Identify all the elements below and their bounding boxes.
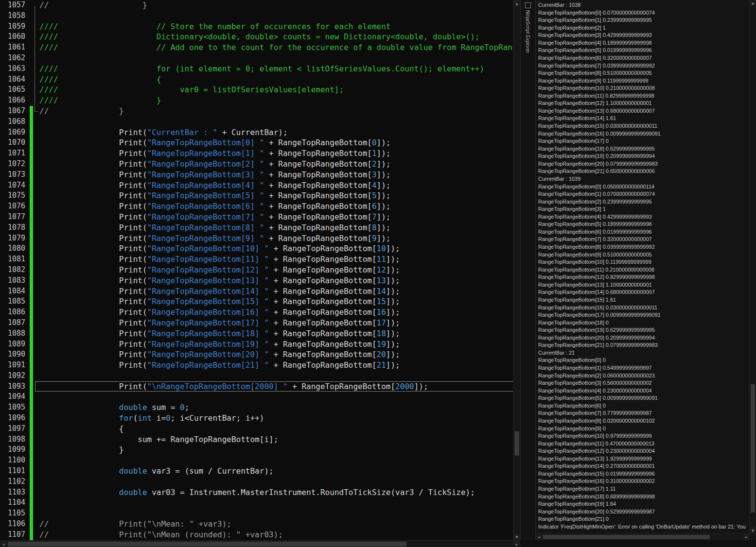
code-line-text[interactable]: Print("CurrentBar : " + CurrentBar); xyxy=(35,127,513,138)
code-vertical-scrollbar[interactable]: ▲ ▼ xyxy=(513,0,520,540)
scroll-up-icon[interactable]: ▲ xyxy=(513,0,520,7)
code-line-text[interactable]: Print("RangeTopRangeBottom[12] " + Range… xyxy=(35,265,513,275)
code-line[interactable]: 1076 Print("RangeTopRangeBottom[6] " + R… xyxy=(0,201,513,212)
code-line-text[interactable]: Print("RangeTopRangeBottom[2] " + RangeT… xyxy=(35,159,513,170)
code-line[interactable]: 1104 xyxy=(0,497,513,508)
code-horizontal-scrollbar[interactable]: ◄ ► xyxy=(0,540,520,547)
code-line-text[interactable]: //// Dictionary<double, double> counts =… xyxy=(35,32,513,42)
code-line-text[interactable]: // } xyxy=(35,106,513,117)
code-line-text[interactable]: // Print("\nMean (rounded): " +var03); xyxy=(35,530,513,540)
code-line-text[interactable]: double sum = 0; xyxy=(35,402,513,413)
code-line[interactable]: 1075 Print("RangeTopRangeBottom[5] " + R… xyxy=(0,190,513,201)
code-line-text[interactable] xyxy=(35,53,513,64)
code-line[interactable]: 1091 Print("RangeTopRangeBottom[21] " + … xyxy=(0,360,513,371)
code-line[interactable]: 1064//// { xyxy=(0,74,513,85)
code-line-text[interactable]: Print("RangeTopRangeBottom[5] " + RangeT… xyxy=(35,190,513,201)
output-scroll-left-icon[interactable]: ◄ xyxy=(536,534,542,540)
code-line[interactable]: 1069 Print("CurrentBar : " + CurrentBar)… xyxy=(0,127,513,138)
scroll-down-icon[interactable]: ▼ xyxy=(513,533,520,540)
code-line[interactable]: 1102 xyxy=(0,477,513,487)
code-line-text[interactable]: //// } xyxy=(35,95,513,106)
code-line[interactable]: 1074 Print("RangeTopRangeBottom[4] " + R… xyxy=(0,180,513,191)
code-line[interactable]: 1100 xyxy=(0,455,513,466)
code-line[interactable]: 1078 Print("RangeTopRangeBottom[8] " + R… xyxy=(0,222,513,233)
code-line-text[interactable] xyxy=(35,497,513,508)
code-line-text[interactable]: Print("RangeTopRangeBottom[18] " + Range… xyxy=(35,328,513,339)
code-line-text[interactable]: //// var0 = listOfSeriesValues[element]; xyxy=(35,85,513,95)
code-line-text[interactable]: double var03 = Instrument.MasterInstrume… xyxy=(35,487,513,498)
code-line[interactable]: 1098 sum += RangeTopRangeBottom[i]; xyxy=(0,434,513,445)
code-line[interactable]: 1068 xyxy=(0,117,513,127)
code-line-text[interactable]: Print("RangeTopRangeBottom[15] " + Range… xyxy=(35,296,513,307)
code-line-text[interactable]: Print("RangeTopRangeBottom[16] " + Range… xyxy=(35,307,513,318)
code-line-text[interactable] xyxy=(35,508,513,519)
code-line-text[interactable]: { xyxy=(35,424,513,434)
code-line[interactable]: 1077 Print("RangeTopRangeBottom[7] " + R… xyxy=(0,212,513,222)
code-line-text[interactable] xyxy=(35,117,513,127)
code-line-text[interactable]: Print("RangeTopRangeBottom[8] " + RangeT… xyxy=(35,222,513,233)
code-line[interactable]: 1089 Print("RangeTopRangeBottom[19] " + … xyxy=(0,339,513,350)
code-line-text[interactable]: Print("RangeTopRangeBottom[13] " + Range… xyxy=(35,275,513,286)
code-line[interactable]: 1085 Print("RangeTopRangeBottom[15] " + … xyxy=(0,296,513,307)
code-line[interactable]: 1073 Print("RangeTopRangeBottom[3] " + R… xyxy=(0,170,513,180)
code-line-text[interactable] xyxy=(35,455,513,466)
code-line-text[interactable]: Print("RangeTopRangeBottom[17] " + Range… xyxy=(35,318,513,328)
code-line-text[interactable]: Print("RangeTopRangeBottom[6] " + RangeT… xyxy=(35,201,513,212)
code-line-text[interactable]: Print("\nRangeTopRangeBottom[2000] " + R… xyxy=(35,381,513,392)
output-scroll-down-icon[interactable]: ▼ xyxy=(750,528,756,534)
code-line[interactable]: 1080 Print("RangeTopRangeBottom[10] " + … xyxy=(0,243,513,254)
code-line[interactable]: 1099 } xyxy=(0,444,513,455)
code-line[interactable]: 1065//// var0 = listOfSeriesValues[eleme… xyxy=(0,85,513,95)
code-line-text[interactable]: //// for (int element = 0; element < lis… xyxy=(35,64,513,74)
code-line[interactable]: 1066//// } xyxy=(0,95,513,106)
code-area[interactable]: 1057// }10581059//// // Store the number… xyxy=(0,0,513,540)
code-line-text[interactable]: Print("RangeTopRangeBottom[20] " + Range… xyxy=(35,349,513,360)
code-line[interactable]: 1092 xyxy=(0,371,513,381)
code-line-text[interactable]: sum += RangeTopRangeBottom[i]; xyxy=(35,434,513,445)
code-line[interactable]: 1084 Print("RangeTopRangeBottom[14] " + … xyxy=(0,286,513,297)
code-line[interactable]: 1057// } xyxy=(0,0,513,11)
code-line[interactable]: 1088 Print("RangeTopRangeBottom[18] " + … xyxy=(0,328,513,339)
code-line-text[interactable]: Print("RangeTopRangeBottom[4] " + RangeT… xyxy=(35,180,513,191)
code-line-text[interactable]: Print("RangeTopRangeBottom[21] " + Range… xyxy=(35,360,513,371)
code-line[interactable]: 1058 xyxy=(0,11,513,21)
code-line[interactable]: 1096 for(int i=0; i<CurrentBar; i++) xyxy=(0,413,513,424)
output-horizontal-scrollbar-thumb[interactable] xyxy=(543,535,710,539)
code-line[interactable]: 1062 xyxy=(0,53,513,64)
code-line-text[interactable]: Print("RangeTopRangeBottom[19] " + Range… xyxy=(35,339,513,350)
code-line[interactable]: 1093 Print("\nRangeTopRangeBottom[2000] … xyxy=(0,381,513,392)
ninjascript-explorer-tab[interactable]: NinjaScript Explorer xyxy=(520,0,536,547)
code-line[interactable]: 1106// Print("\nMean: " +var3); xyxy=(0,519,513,530)
code-line-text[interactable]: Print("RangeTopRangeBottom[10] " + Range… xyxy=(35,243,513,254)
code-line[interactable]: 1059//// // Store the number of occurenc… xyxy=(0,21,513,32)
code-line[interactable]: 1097 { xyxy=(0,424,513,434)
code-line[interactable]: 1061//// // Add one to the count for the… xyxy=(0,42,513,53)
output-horizontal-scrollbar[interactable]: ◄ ► xyxy=(536,533,750,540)
code-line[interactable]: 1101 double var3 = (sum / CurrentBar); xyxy=(0,466,513,477)
code-line[interactable]: 1070 Print("RangeTopRangeBottom[0] " + R… xyxy=(0,137,513,148)
code-line-text[interactable]: //// // Add one to the count for the occ… xyxy=(35,42,513,53)
code-line-text[interactable]: Print("RangeTopRangeBottom[3] " + RangeT… xyxy=(35,170,513,180)
output-scroll-right-icon[interactable]: ► xyxy=(743,534,750,540)
code-line[interactable]: 1079 Print("RangeTopRangeBottom[9] " + R… xyxy=(0,233,513,244)
code-line-text[interactable]: Print("RangeTopRangeBottom[14] " + Range… xyxy=(35,286,513,297)
code-line[interactable]: 1063//// for (int element = 0; element <… xyxy=(0,64,513,74)
code-line-text[interactable]: Print("RangeTopRangeBottom[9] " + RangeT… xyxy=(35,233,513,244)
code-line[interactable]: 1086 Print("RangeTopRangeBottom[16] " + … xyxy=(0,307,513,318)
code-line[interactable]: 1094 xyxy=(0,392,513,402)
code-line-text[interactable] xyxy=(35,477,513,487)
code-line-text[interactable]: // Print("\nMean: " +var3); xyxy=(35,519,513,530)
code-line[interactable]: 1072 Print("RangeTopRangeBottom[2] " + R… xyxy=(0,159,513,170)
code-line-text[interactable]: //// // Store the number of occurences f… xyxy=(35,21,513,32)
code-line-text[interactable]: Print("RangeTopRangeBottom[1] " + RangeT… xyxy=(35,148,513,159)
code-line-text[interactable] xyxy=(35,11,513,21)
code-line-text[interactable]: } xyxy=(35,444,513,455)
output-vertical-scrollbar[interactable]: ▲ ▼ xyxy=(749,0,756,534)
code-line[interactable]: 1083 Print("RangeTopRangeBottom[13] " + … xyxy=(0,275,513,286)
code-line[interactable]: 1107// Print("\nMean (rounded): " +var03… xyxy=(0,530,513,540)
output-scroll-up-icon[interactable]: ▲ xyxy=(750,0,756,6)
code-line-text[interactable] xyxy=(35,392,513,402)
code-line-text[interactable]: Print("RangeTopRangeBottom[11] " + Range… xyxy=(35,254,513,265)
code-line[interactable]: 1095 double sum = 0; xyxy=(0,402,513,413)
code-line[interactable]: 1071 Print("RangeTopRangeBottom[1] " + R… xyxy=(0,148,513,159)
